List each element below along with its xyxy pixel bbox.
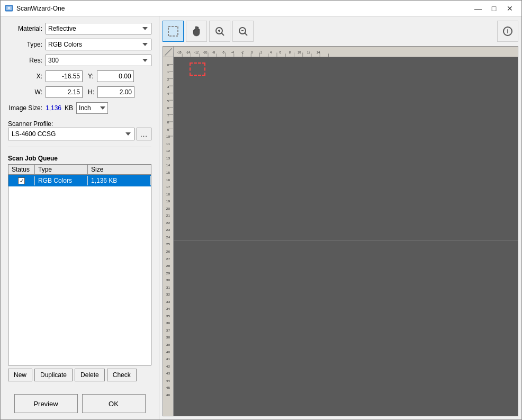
svg-text:24: 24 [166,235,170,239]
type-select[interactable]: RGB Colors [46,39,151,50]
svg-text:9: 9 [167,128,169,131]
svg-text:1: 1 [167,70,169,74]
svg-text:-12: -12 [194,50,199,55]
preview-button[interactable]: Preview [14,394,78,413]
scanner-profile-label: Scanner Profile: [8,120,151,128]
svg-text:34: 34 [166,307,170,311]
title-bar-left: ScanWizard-One [5,4,65,13]
svg-point-2 [8,7,10,9]
top-ruler: -16 -14 -12 -10 -8 -6 -4 -2 0 2 4 6 8 10 [174,47,518,57]
type-label: Type: [8,41,42,48]
svg-text:21: 21 [166,214,170,218]
material-label: Material: [8,25,42,32]
res-label: Res: [8,57,42,64]
svg-text:31: 31 [166,285,170,289]
svg-text:6: 6 [167,106,169,110]
row-checkbox[interactable] [18,177,25,184]
toolbar: i [163,20,518,43]
unit-select[interactable]: Inch cm mm pixel [76,102,108,114]
svg-text:27: 27 [166,257,170,261]
image-size-value: 1,136 [46,104,61,112]
svg-text:46: 46 [166,393,170,397]
svg-text:12: 12 [166,149,170,153]
window-title: ScanWizard-One [16,5,65,12]
ruler-corner [163,47,174,57]
scanner-profile-dots-button[interactable]: ... [137,128,151,140]
svg-text:5: 5 [167,99,169,103]
svg-text:0: 0 [251,50,253,55]
res-select[interactable]: 300 [46,55,151,66]
svg-text:45: 45 [166,386,170,390]
scanner-profile-select[interactable]: LS-4600 CCSG [8,128,134,140]
y-input[interactable] [97,70,134,82]
title-bar: ScanWizard-One — □ ✕ [1,1,521,16]
h-input[interactable] [97,86,134,98]
res-row: Res: 300 [8,55,151,66]
svg-text:41: 41 [166,357,170,361]
svg-text:-2: -2 [241,50,244,55]
svg-text:10: 10 [166,135,170,139]
svg-text:-6: -6 [222,50,225,55]
info-icon: i [502,25,514,37]
content-area: Material: Reflective Type: RGB Colors Re… [1,16,521,419]
svg-text:6: 6 [280,50,282,55]
x-input[interactable] [46,70,83,82]
svg-text:7: 7 [167,113,169,117]
delete-button[interactable]: Delete [75,369,105,381]
material-select[interactable]: Reflective [46,23,151,34]
zoom-out-icon [237,25,249,37]
svg-text:-16: -16 [177,50,182,55]
duplicate-button[interactable]: Duplicate [34,369,73,381]
left-ruler-svg: 0 1 2 3 4 5 6 7 8 9 10 11 12 13 [163,57,173,416]
svg-text:20: 20 [166,207,170,210]
svg-text:25: 25 [166,243,170,246]
svg-rect-3 [168,26,178,36]
svg-text:4: 4 [270,50,272,55]
w-label: W: [8,88,42,96]
row-type: RGB Colors [35,176,88,185]
pan-tool-button[interactable] [186,21,207,42]
svg-text:19: 19 [166,200,170,203]
hand-icon [191,25,202,37]
col-type: Type [35,165,88,174]
svg-text:2: 2 [260,50,263,55]
svg-text:8: 8 [167,121,169,124]
svg-text:2: 2 [167,77,169,81]
h-label: H: [88,88,94,96]
main-window: ScanWizard-One — □ ✕ Material: Reflectiv… [0,0,522,420]
select-tool-button[interactable] [163,21,184,42]
w-input[interactable] [46,86,83,98]
new-button[interactable]: New [8,369,32,381]
x-label: X: [8,73,42,80]
zoom-in-tool-button[interactable] [209,21,230,42]
svg-text:i: i [507,29,509,34]
close-button[interactable]: ✕ [502,3,517,14]
svg-text:-14: -14 [186,50,191,55]
restore-button[interactable]: □ [487,3,501,14]
ok-button[interactable]: OK [82,394,146,413]
scanner-profile-section: Scanner Profile: LS-4600 CCSG ... [8,118,151,140]
bottom-buttons: Preview OK [8,394,151,413]
material-row: Material: Reflective [8,23,151,34]
table-row[interactable]: RGB Colors 1,136 KB [8,175,151,186]
svg-text:8: 8 [289,50,291,55]
scan-job-table: Status Type Size RGB Colors 1,136 KB [8,164,151,365]
minimize-button[interactable]: — [471,3,485,14]
preview-divider [174,240,518,240]
info-tool-button[interactable]: i [497,21,518,42]
right-panel: i -16 -14 [159,16,521,419]
check-button[interactable]: Check [107,369,137,381]
svg-line-10 [245,33,248,36]
top-ruler-svg: -16 -14 -12 -10 -8 -6 -4 -2 0 2 4 6 8 10 [174,47,518,57]
svg-text:18: 18 [166,192,170,196]
table-body: RGB Colors 1,136 KB [8,175,151,186]
row-size: 1,136 KB [88,176,151,185]
svg-text:15: 15 [166,171,170,174]
svg-text:28: 28 [166,264,170,267]
svg-line-7 [222,33,224,36]
svg-text:38: 38 [166,336,170,339]
scan-canvas [174,57,518,416]
zoom-out-tool-button[interactable] [232,21,254,42]
svg-text:13: 13 [166,156,170,160]
svg-text:40: 40 [166,350,170,354]
